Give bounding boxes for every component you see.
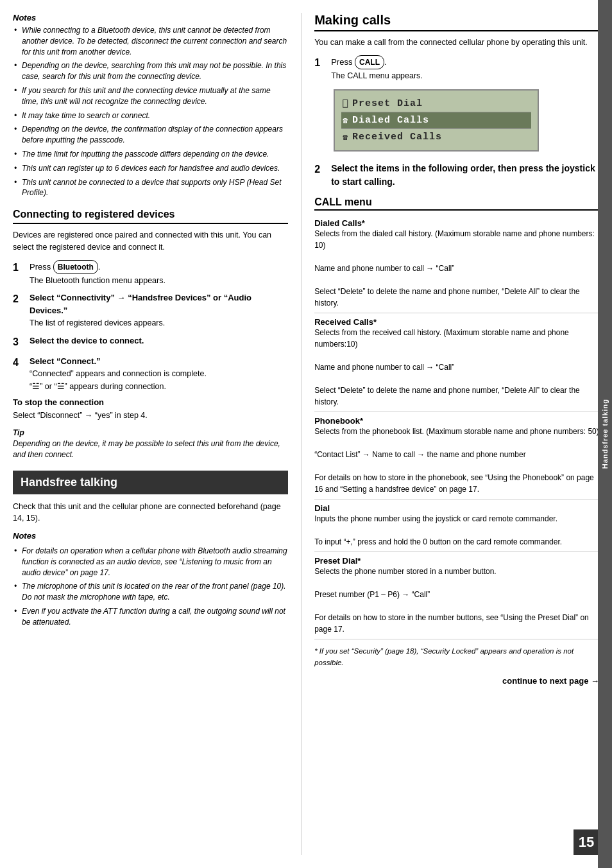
step-2: 2 Select “Connectivity” → “Handsfree Dev…	[13, 291, 288, 329]
step-4-content: Select “Connect.” “Connected” appears an…	[30, 355, 288, 393]
call-menu-title: CALL menu	[314, 196, 599, 211]
handsfree-notes-title: Notes	[13, 531, 288, 541]
step-1-sub: The Bluetooth function menu appears.	[30, 275, 288, 287]
notes-list: While connecting to a Bluetooth device, …	[13, 25, 288, 198]
step-3-content: Select the device to connect.	[30, 334, 288, 350]
step-4: 4 Select “Connect.” “Connected” appears …	[13, 355, 288, 393]
lcd-row-3: ☎ Received Calls	[341, 129, 531, 145]
dialed-calls-title: Dialed Calls*	[314, 218, 599, 228]
phonebook-desc: Selects from the phonebook list. (Maximu…	[314, 426, 599, 495]
lcd-display: ⎕ Preset Dial ☎ Dialed Calls ☎ Received …	[334, 89, 539, 152]
stop-connection-text: Select “Disconnect” → “yes” in step 4.	[13, 410, 288, 422]
continue-label: continue to next page →	[314, 676, 599, 686]
list-item: The time limit for inputting the passcod…	[13, 149, 288, 160]
dialed-calls-desc: Selects from the dialed call history. (M…	[314, 228, 599, 309]
call-button: CALL	[355, 55, 384, 69]
stop-connection-title: To stop the connection	[13, 397, 288, 407]
tip-title: Tip	[13, 428, 288, 437]
step-2-content: Select “Connectivity” → “Handsfree Devic…	[30, 291, 288, 329]
connecting-desc: Devices are registered once paired and c…	[13, 229, 288, 254]
received-calls-desc: Selects from the received call history. …	[314, 327, 599, 408]
right-sidebar: Handsfree talking	[598, 0, 612, 868]
list-item: This unit cannot be connected to a devic…	[13, 177, 288, 199]
right-step-2-content: Select the items in the following order,…	[331, 162, 599, 189]
right-step-2-number: 2	[314, 162, 326, 189]
lcd-row-1: ⎕ Preset Dial	[341, 96, 531, 112]
right-step-1-sub: The CALL menu appears.	[331, 71, 599, 82]
step-3: 3 Select the device to connect.	[13, 334, 288, 350]
right-step-2: 2 Select the items in the following orde…	[314, 162, 599, 189]
page-container: Notes While connecting to a Bluetooth de…	[0, 0, 612, 868]
call-menu-item-phonebook: Phonebook* Selects from the phonebook li…	[314, 412, 599, 499]
list-item: This unit can register up to 6 devices e…	[13, 163, 288, 174]
list-item: If you search for this unit and the conn…	[13, 85, 288, 107]
tip-text: Depending on the device, it may be possi…	[13, 438, 288, 460]
bluetooth-button: Bluetooth	[53, 260, 98, 274]
call-menu-item-dialed: Dialed Calls* Selects from the dialed ca…	[314, 214, 599, 313]
step-1-content: Press Bluetooth. The Bluetooth function …	[30, 260, 288, 287]
right-step-1: 1 Press CALL. The CALL menu appears.	[314, 55, 599, 82]
call-menu-item-dial: Dial Inputs the phone number using the j…	[314, 499, 599, 552]
lcd-label-1: Preset Dial	[352, 98, 423, 109]
connecting-title: Connecting to registered devices	[13, 209, 288, 224]
making-calls-title: Making calls	[314, 13, 599, 31]
lcd-icon-1: ⎕	[343, 99, 348, 109]
lcd-row-2: ☎ Dialed Calls	[341, 112, 531, 129]
list-item: For details on operation when a cellular…	[13, 546, 288, 578]
step-2-label: Select “Connectivity” → “Handsfree Devic…	[30, 293, 251, 315]
step-1-period: .	[98, 262, 101, 272]
call-menu-item-preset: Preset Dial* Selects the phone number st…	[314, 552, 599, 639]
left-column: Notes While connecting to a Bluetooth de…	[13, 13, 302, 855]
right-step-1-label: Press	[331, 57, 352, 67]
sidebar-label: Handsfree talking	[601, 399, 609, 469]
list-item: Depending on the device, the confirmatio…	[13, 124, 288, 146]
handsfree-desc: Check that this unit and the cellular ph…	[13, 501, 288, 525]
dial-title: Dial	[314, 503, 599, 513]
handsfree-box: Handsfree talking	[13, 471, 288, 494]
right-step-1-period: .	[384, 57, 387, 67]
right-step-1-content: Press CALL. The CALL menu appears.	[331, 55, 599, 82]
preset-dial-desc: Selects the phone number stored in a num…	[314, 566, 599, 635]
lcd-icon-2: ☎	[343, 116, 348, 126]
lcd-icon-3: ☎	[343, 132, 348, 143]
step-3-number: 3	[13, 334, 24, 350]
step-4-sub2: “☱” or “☱” appears during connection.	[30, 381, 288, 393]
footnote: * If you set “Security” (page 18), “Secu…	[314, 646, 599, 668]
list-item: While connecting to a Bluetooth device, …	[13, 25, 288, 57]
lcd-label-2: Dialed Calls	[352, 115, 429, 126]
step-1-number: 1	[13, 260, 24, 287]
page-number: 15	[574, 829, 599, 855]
call-menu-item-received: Received Calls* Selects from the receive…	[314, 313, 599, 412]
right-column: Making calls You can make a call from th…	[302, 13, 599, 855]
lcd-label-3: Received Calls	[352, 132, 442, 143]
phonebook-title: Phonebook*	[314, 416, 599, 426]
right-step-2-label: Select the items in the following order,…	[331, 163, 595, 187]
step-3-label: Select the device to connect.	[30, 336, 144, 345]
handsfree-title: Handsfree talking	[21, 476, 117, 489]
right-step-1-number: 1	[314, 55, 326, 82]
step-4-sub1: “Connected” appears and connection is co…	[30, 369, 288, 380]
step-4-number: 4	[13, 355, 24, 393]
handsfree-notes-list: For details on operation when a cellular…	[13, 546, 288, 628]
notes-title: Notes	[13, 13, 288, 22]
making-calls-desc: You can make a call from the connected c…	[314, 37, 599, 49]
dial-desc: Inputs the phone number using the joysti…	[314, 513, 599, 548]
step-1-label: Press	[30, 262, 51, 272]
step-2-number: 2	[13, 291, 24, 329]
list-item: Depending on the device, searching from …	[13, 60, 288, 82]
step-2-sub: The list of registered devices appears.	[30, 318, 288, 329]
list-item: Even if you activate the ATT function du…	[13, 606, 288, 628]
list-item: The microphone of this unit is located o…	[13, 581, 288, 603]
step-4-label: Select “Connect.”	[30, 356, 101, 366]
received-calls-title: Received Calls*	[314, 317, 599, 327]
step-1: 1 Press Bluetooth. The Bluetooth functio…	[13, 260, 288, 287]
preset-dial-title: Preset Dial*	[314, 556, 599, 566]
list-item: It may take time to search or connect.	[13, 110, 288, 121]
